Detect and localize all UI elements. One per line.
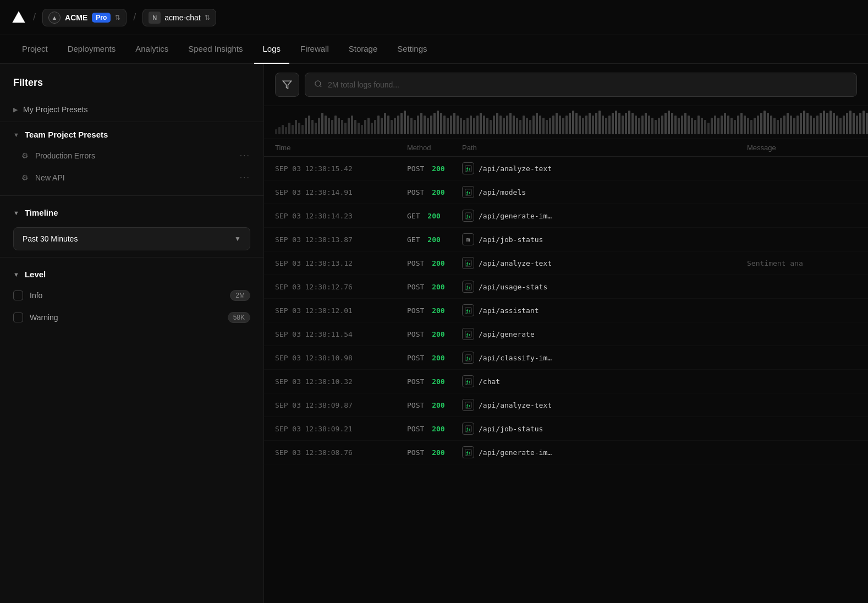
log-method: POST 200 — [407, 306, 462, 315]
histogram-bar — [453, 113, 455, 134]
tab-speed-insights[interactable]: Speed Insights — [179, 35, 251, 64]
histogram-bar — [684, 113, 686, 134]
histogram-bar — [407, 116, 409, 134]
log-row[interactable]: SEP 03 12:38:10.32 POST 200 ƒ↑ /chat — [264, 370, 868, 393]
log-path-cell: ƒ↑ /api/analyze-text — [462, 399, 747, 411]
preset-new-api-menu[interactable]: ··· — [240, 173, 250, 183]
tab-analytics[interactable]: Analytics — [127, 35, 177, 64]
histogram-bar — [519, 120, 521, 134]
histogram-bar — [803, 111, 805, 134]
timeline-toggle[interactable]: ▼ Timeline — [0, 202, 263, 223]
histogram-bar — [565, 116, 568, 134]
tab-logs[interactable]: Logs — [254, 35, 290, 64]
histogram-bar — [826, 113, 828, 134]
log-method: POST 200 — [407, 259, 462, 267]
preset-production-errors-menu[interactable]: ··· — [240, 151, 250, 161]
log-row[interactable]: SEP 03 12:38:11.54 POST 200 ƒ↑ /api/gene… — [264, 322, 868, 346]
tab-storage[interactable]: Storage — [340, 35, 387, 64]
preset-production-errors[interactable]: ⚙ Production Errors ··· — [13, 145, 250, 167]
project-selector[interactable]: N acme-chat ⇅ — [142, 9, 216, 26]
path-icon: ƒ↑ — [462, 210, 474, 222]
histogram-bar — [575, 113, 578, 134]
preset-production-errors-label: Production Errors — [35, 151, 95, 160]
log-row[interactable]: SEP 03 12:38:09.21 POST 200 ƒ↑ /api/job-… — [264, 417, 868, 441]
log-rows: SEP 03 12:38:15.42 POST 200 ƒ↑ /api/anal… — [264, 157, 868, 464]
histogram-bar — [585, 116, 587, 134]
my-presets-chevron-icon: ▶ — [13, 106, 18, 113]
log-path-cell: ƒ↑ /api/analyze-text — [462, 257, 747, 269]
histogram-bar — [730, 118, 733, 134]
checkbox-warning-box[interactable] — [13, 313, 23, 322]
level-toggle[interactable]: ▼ Level — [0, 264, 263, 284]
histogram-bar — [490, 120, 492, 134]
log-path: /api/usage-stats — [479, 283, 547, 291]
log-path: /api/generate-im… — [479, 448, 552, 457]
timeline-dropdown-chevron-icon: ▼ — [234, 235, 241, 243]
histogram-bar — [460, 118, 462, 134]
svg-marker-0 — [12, 11, 25, 23]
histogram-bar — [618, 113, 620, 134]
histogram-bar — [579, 116, 581, 134]
histogram-bar — [645, 113, 647, 134]
histogram-bar — [612, 113, 614, 134]
preset-new-api[interactable]: ⚙ New API ··· — [13, 167, 250, 189]
search-input-wrap[interactable]: 2M total logs found... — [305, 73, 857, 97]
project-icon: N — [149, 12, 161, 24]
vercel-logo[interactable] — [11, 10, 26, 25]
log-time: SEP 03 12:38:10.98 — [275, 354, 407, 362]
sidebar-title: Filters — [0, 77, 263, 100]
histogram-bar — [470, 116, 472, 134]
log-row[interactable]: SEP 03 12:38:15.42 POST 200 ƒ↑ /api/anal… — [264, 157, 868, 180]
histogram-bar — [282, 125, 284, 134]
project-name: acme-chat — [164, 13, 200, 22]
checkbox-info-box[interactable] — [13, 290, 23, 300]
path-icon: m — [462, 233, 474, 245]
histogram-bar — [433, 113, 436, 134]
histogram-bar — [516, 118, 518, 134]
filter-button[interactable] — [275, 73, 299, 97]
histogram-bar — [503, 118, 505, 134]
top-bar: / ▲ ACME Pro ⇅ / N acme-chat ⇅ — [0, 0, 868, 35]
svg-point-2 — [315, 81, 321, 86]
log-row[interactable]: SEP 03 12:38:09.87 POST 200 ƒ↑ /api/anal… — [264, 393, 868, 417]
histogram-bar — [866, 113, 868, 134]
histogram-bar — [476, 116, 479, 134]
checkbox-warning[interactable]: Warning 58K — [0, 306, 263, 328]
histogram-bar — [275, 129, 277, 134]
histogram-bar — [556, 113, 558, 134]
svg-text:ƒ↑: ƒ↑ — [466, 332, 471, 337]
team-presets-toggle[interactable]: ▼ Team Project Presets — [13, 124, 250, 145]
histogram-bar — [754, 118, 756, 134]
log-time: SEP 03 12:38:14.91 — [275, 188, 407, 196]
log-time: SEP 03 12:38:13.87 — [275, 235, 407, 244]
histogram-bar — [793, 118, 795, 134]
log-path: /api/models — [479, 188, 526, 196]
log-row[interactable]: SEP 03 12:38:14.91 POST 200 ƒ↑ /api/mode… — [264, 180, 868, 204]
log-row[interactable]: SEP 03 12:38:10.98 POST 200 ƒ↑ /api/clas… — [264, 346, 868, 370]
histogram-bar — [806, 113, 809, 134]
preset-icon: ⚙ — [20, 151, 30, 161]
log-path-cell: ƒ↑ /api/assistant — [462, 304, 747, 316]
log-row[interactable]: SEP 03 12:38:12.76 POST 200 ƒ↑ /api/usag… — [264, 275, 868, 299]
checkbox-info[interactable]: Info 2M — [0, 284, 263, 306]
tab-settings[interactable]: Settings — [388, 35, 436, 64]
histogram-bar — [777, 120, 779, 134]
timeline-dropdown[interactable]: Past 30 Minutes ▼ — [13, 227, 250, 250]
my-presets-label: My Project Presets — [23, 105, 87, 114]
my-presets-section: ▶ My Project Presets — [0, 100, 263, 119]
path-icon: ƒ↑ — [462, 304, 474, 316]
log-row[interactable]: SEP 03 12:38:12.01 POST 200 ƒ↑ /api/assi… — [264, 299, 868, 322]
my-presets-toggle[interactable]: ▶ My Project Presets — [13, 100, 250, 119]
log-row[interactable]: SEP 03 12:38:13.87 GET 200 m /api/job-st… — [264, 228, 868, 251]
log-row[interactable]: SEP 03 12:38:08.76 POST 200 ƒ↑ /api/gene… — [264, 441, 868, 464]
log-row[interactable]: SEP 03 12:38:14.23 GET 200 ƒ↑ /api/gener… — [264, 204, 868, 228]
team-selector[interactable]: ▲ ACME Pro ⇅ — [42, 9, 127, 26]
histogram-bar — [513, 116, 515, 134]
tab-project[interactable]: Project — [13, 35, 57, 64]
tab-firewall[interactable]: Firewall — [292, 35, 338, 64]
log-row[interactable]: SEP 03 12:38:13.12 POST 200 ƒ↑ /api/anal… — [264, 251, 868, 275]
histogram-bar — [496, 113, 498, 134]
tab-deployments[interactable]: Deployments — [59, 35, 125, 64]
histogram-bar — [351, 116, 353, 134]
histogram-bar — [546, 120, 548, 134]
